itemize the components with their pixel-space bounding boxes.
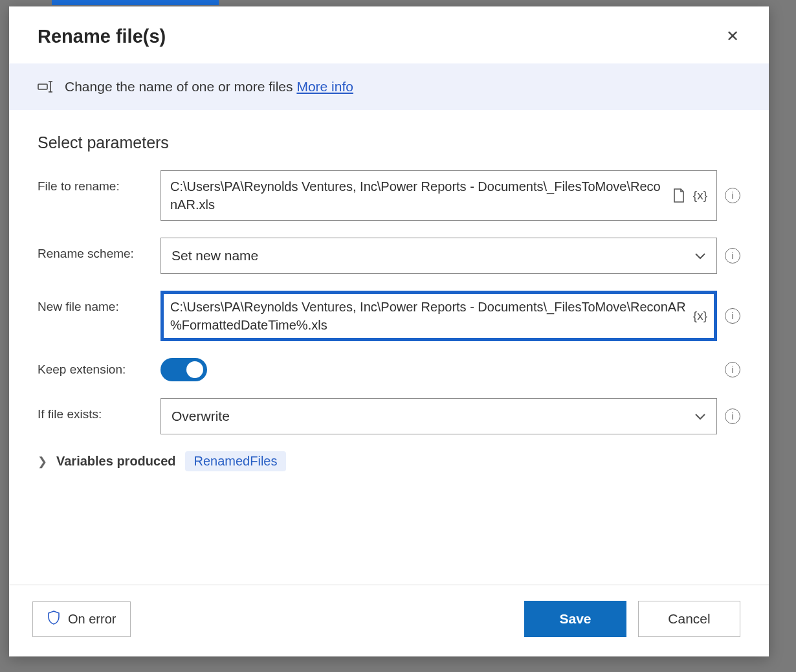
dialog-description-banner: Change the name of one or more files Mor…	[9, 63, 769, 110]
variable-picker-icon[interactable]: {x}	[693, 309, 707, 323]
on-error-label: On error	[68, 612, 116, 627]
more-info-link[interactable]: More info	[296, 79, 353, 94]
variable-chip-renamedfiles[interactable]: RenamedFiles	[185, 451, 287, 471]
variable-picker-icon[interactable]: {x}	[693, 188, 707, 203]
dialog-title: Rename file(s)	[38, 26, 166, 47]
banner-text: Change the name of one or more files	[65, 79, 293, 94]
keep-extension-info-icon[interactable]: i	[725, 362, 740, 377]
chevron-down-icon	[694, 248, 706, 263]
file-to-rename-label: File to rename:	[38, 170, 160, 194]
if-file-exists-select[interactable]: Overwrite	[160, 398, 717, 434]
svg-rect-0	[38, 84, 47, 89]
file-picker-icon[interactable]	[672, 188, 685, 203]
rename-scheme-label: Rename scheme:	[38, 238, 160, 261]
new-file-name-value: C:\Users\PA\Reynolds Ventures, Inc\Power…	[170, 298, 687, 334]
rename-scheme-value: Set new name	[171, 248, 258, 263]
cancel-button[interactable]: Cancel	[638, 601, 740, 637]
save-button[interactable]: Save	[524, 601, 626, 637]
parameters-section-title: Select parameters	[38, 133, 740, 152]
variables-produced-row[interactable]: ❯ Variables produced RenamedFiles	[38, 451, 740, 471]
keep-extension-label: Keep extension:	[38, 363, 160, 377]
if-file-exists-value: Overwrite	[171, 409, 230, 424]
close-icon: ✕	[726, 27, 739, 45]
close-button[interactable]: ✕	[721, 25, 744, 48]
new-file-name-label: New file name:	[38, 291, 160, 314]
new-file-name-info-icon[interactable]: i	[725, 308, 740, 324]
shield-icon	[47, 610, 60, 629]
rename-scheme-info-icon[interactable]: i	[725, 248, 740, 263]
background-active-tab-marker	[52, 0, 219, 5]
chevron-right-icon: ❯	[38, 454, 47, 469]
chevron-down-icon	[694, 409, 706, 424]
toggle-knob	[186, 361, 203, 378]
rename-scheme-select[interactable]: Set new name	[160, 238, 717, 274]
file-to-rename-input[interactable]: C:\Users\PA\Reynolds Ventures, Inc\Power…	[160, 170, 717, 221]
variables-produced-label: Variables produced	[56, 454, 176, 469]
if-file-exists-label: If file exists:	[38, 398, 160, 421]
on-error-button[interactable]: On error	[32, 601, 131, 637]
keep-extension-toggle[interactable]	[160, 358, 207, 381]
rename-icon	[38, 80, 54, 93]
new-file-name-input[interactable]: C:\Users\PA\Reynolds Ventures, Inc\Power…	[160, 291, 717, 341]
rename-files-dialog: Rename file(s) ✕ Change the name of one …	[9, 6, 769, 656]
file-to-rename-info-icon[interactable]: i	[725, 188, 740, 203]
file-to-rename-value: C:\Users\PA\Reynolds Ventures, Inc\Power…	[170, 177, 666, 214]
if-file-exists-info-icon[interactable]: i	[725, 409, 740, 424]
